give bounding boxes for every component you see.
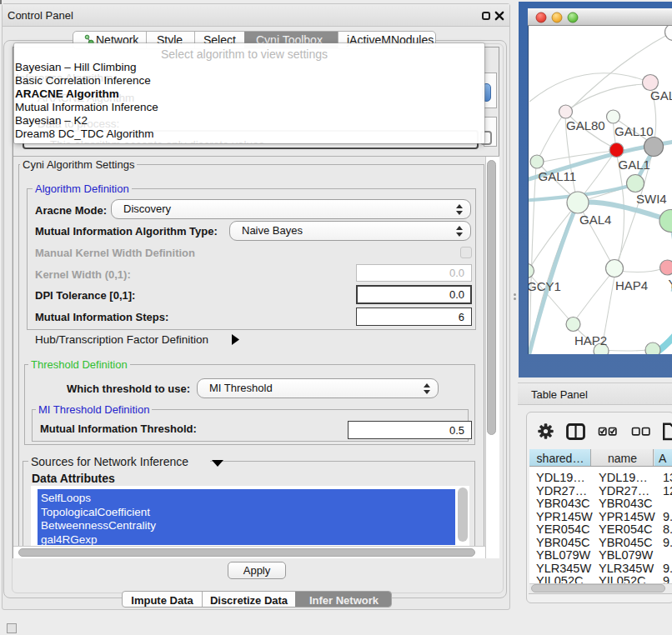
svg-text:GAL10: GAL10 — [614, 124, 654, 138]
svg-text:GAL1: GAL1 — [619, 158, 650, 172]
svg-text:SWI4: SWI4 — [636, 192, 667, 206]
svg-text:HAP4: HAP4 — [615, 278, 648, 292]
svg-text:GAL7: GAL7 — [650, 88, 672, 102]
svg-text:GCY1: GCY1 — [528, 279, 561, 293]
svg-text:HAP2: HAP2 — [574, 333, 607, 348]
svg-text:GAL4: GAL4 — [579, 212, 611, 227]
svg-text:GAL11: GAL11 — [539, 169, 577, 183]
svg-text:YM: YM — [669, 277, 672, 291]
svg-text:GAL80: GAL80 — [566, 118, 605, 132]
